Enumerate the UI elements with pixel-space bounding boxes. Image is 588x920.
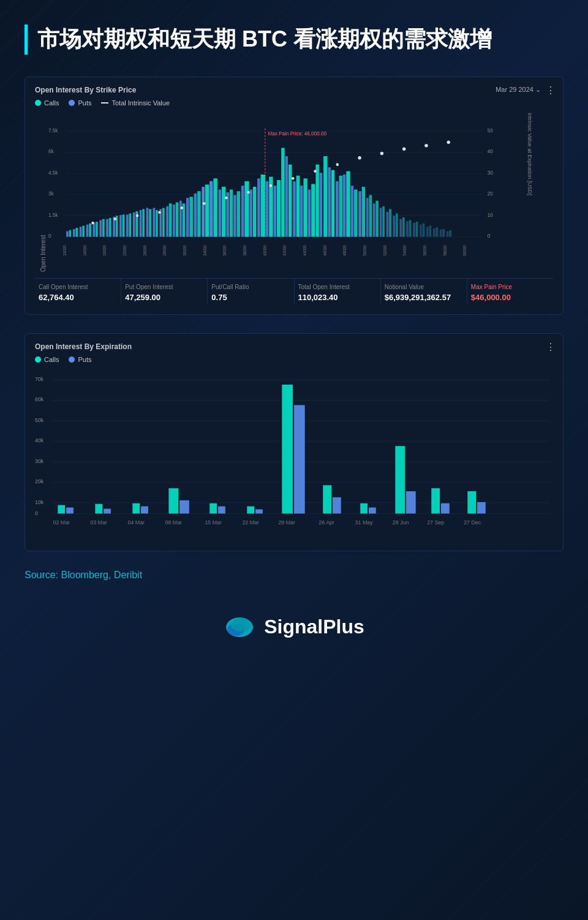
svg-rect-16 <box>73 228 75 236</box>
svg-rect-38 <box>146 208 149 236</box>
source-text: Source: Bloomberg, Deribit <box>24 570 564 581</box>
svg-rect-95 <box>362 187 365 237</box>
svg-rect-62 <box>233 195 236 236</box>
svg-rect-41 <box>156 210 158 237</box>
chart1-container: Open Interest By Strike Price Mar 29 202… <box>24 77 564 315</box>
svg-rect-77 <box>293 181 296 236</box>
svg-text:7.5k: 7.5k <box>48 128 58 134</box>
svg-rect-205 <box>477 502 486 513</box>
svg-text:16000: 16000 <box>83 244 87 255</box>
chart2-menu[interactable]: ⋮ <box>546 341 556 353</box>
svg-rect-80 <box>303 178 307 236</box>
svg-rect-82 <box>311 184 315 236</box>
svg-rect-94 <box>358 191 361 236</box>
svg-point-136 <box>402 147 405 150</box>
svg-rect-46 <box>173 205 175 237</box>
svg-point-122 <box>91 221 94 224</box>
svg-text:30: 30 <box>488 170 494 176</box>
stat-call-oi: Call Open Interest 62,764.40 <box>35 279 121 304</box>
svg-rect-21 <box>89 223 91 236</box>
svg-rect-203 <box>441 503 450 513</box>
svg-rect-114 <box>426 227 429 236</box>
svg-rect-183 <box>66 507 74 513</box>
svg-rect-106 <box>399 219 402 236</box>
chart1-title: Open Interest By Strike Price <box>35 86 553 94</box>
stat-max-pain: Max Pain Price $46,000.00 <box>467 279 553 304</box>
svg-rect-109 <box>409 220 412 236</box>
svg-point-130 <box>270 184 273 187</box>
svg-point-125 <box>158 211 161 214</box>
chart2-legend: Calls Puts <box>35 356 553 363</box>
svg-point-131 <box>292 177 295 180</box>
svg-rect-182 <box>58 505 65 513</box>
svg-text:30k: 30k <box>35 458 44 464</box>
svg-rect-54 <box>202 187 205 237</box>
svg-text:28 Jun: 28 Jun <box>393 519 409 526</box>
svg-text:52000: 52000 <box>383 244 387 255</box>
svg-rect-189 <box>179 500 189 513</box>
svg-text:26 Apr: 26 Apr <box>318 519 334 526</box>
svg-rect-36 <box>140 210 142 237</box>
svg-text:27 Sep: 27 Sep <box>427 519 444 526</box>
legend2-calls: Calls <box>35 356 59 363</box>
svg-text:38000: 38000 <box>243 244 247 255</box>
svg-text:27 Dec: 27 Dec <box>464 519 481 526</box>
svg-point-126 <box>180 206 183 209</box>
svg-rect-110 <box>413 222 415 236</box>
svg-rect-56 <box>209 181 213 236</box>
svg-rect-120 <box>447 231 449 236</box>
svg-point-123 <box>114 217 117 221</box>
svg-text:40: 40 <box>488 149 494 154</box>
svg-rect-40 <box>153 208 156 236</box>
svg-text:48000: 48000 <box>342 244 347 255</box>
svg-rect-32 <box>126 214 129 236</box>
svg-rect-37 <box>142 209 145 236</box>
svg-rect-15 <box>69 230 72 236</box>
svg-rect-73 <box>277 180 281 237</box>
svg-point-129 <box>247 190 250 194</box>
stat-put-call-ratio: Put/Call Ratio 0.75 <box>208 279 294 304</box>
svg-text:46000: 46000 <box>323 244 327 255</box>
svg-text:58000: 58000 <box>443 244 447 255</box>
svg-rect-22 <box>93 222 96 236</box>
chart1-menu[interactable]: ⋮ <box>546 85 556 96</box>
svg-rect-103 <box>389 209 391 236</box>
chart1-date[interactable]: Mar 29 2024 ⌄ <box>496 86 541 94</box>
svg-rect-76 <box>288 164 292 236</box>
svg-rect-27 <box>109 217 111 236</box>
svg-rect-105 <box>396 213 398 236</box>
stat-notional: Notional Value $6,939,291,362.57 <box>381 279 467 304</box>
svg-rect-192 <box>247 506 254 513</box>
svg-rect-186 <box>132 503 140 513</box>
chart2-main: 70k 60k 50k 40k 30k 20k 10k 0 <box>35 369 553 541</box>
svg-rect-75 <box>285 156 288 237</box>
svg-rect-78 <box>296 175 300 236</box>
svg-text:20k: 20k <box>35 478 44 485</box>
svg-rect-67 <box>253 187 256 237</box>
svg-rect-111 <box>416 222 418 236</box>
svg-rect-66 <box>249 189 252 236</box>
svg-text:70k: 70k <box>35 376 44 382</box>
svg-text:29 Mar: 29 Mar <box>278 519 295 526</box>
svg-rect-196 <box>323 485 331 513</box>
svg-text:02 Mar: 02 Mar <box>53 519 70 526</box>
svg-rect-185 <box>104 508 111 513</box>
svg-rect-45 <box>169 203 172 236</box>
svg-rect-23 <box>96 222 98 236</box>
svg-rect-85 <box>323 156 327 237</box>
chart1-stats: Call Open Interest 62,764.40 Put Open In… <box>35 278 553 304</box>
svg-rect-55 <box>205 184 209 236</box>
svg-rect-191 <box>218 506 225 513</box>
svg-rect-184 <box>95 503 102 513</box>
svg-point-128 <box>225 196 228 199</box>
svg-rect-70 <box>266 181 269 236</box>
svg-text:50k: 50k <box>35 417 44 423</box>
chart2-area: 70k 60k 50k 40k 30k 20k 10k 0 <box>35 369 553 541</box>
svg-rect-81 <box>308 189 311 236</box>
svg-text:0: 0 <box>48 233 51 239</box>
svg-text:3k: 3k <box>48 191 55 197</box>
svg-rect-53 <box>197 191 200 236</box>
svg-point-132 <box>314 170 317 173</box>
svg-rect-90 <box>343 175 346 237</box>
svg-text:40k: 40k <box>35 437 44 443</box>
